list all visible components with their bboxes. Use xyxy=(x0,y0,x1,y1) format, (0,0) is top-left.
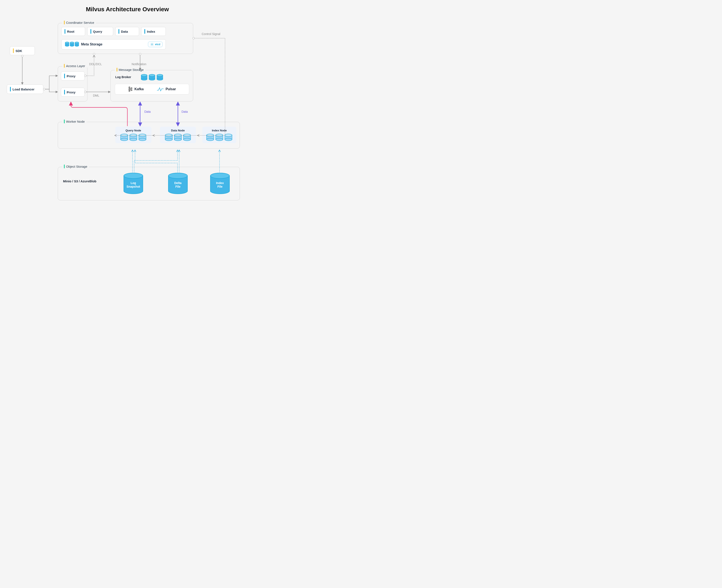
notification-label: Notification xyxy=(132,62,146,66)
svg-point-11 xyxy=(75,42,79,43)
tick-icon xyxy=(64,165,65,168)
svg-point-6 xyxy=(70,45,74,46)
svg-point-25 xyxy=(129,87,130,88)
coord-root-label: Root xyxy=(67,30,74,33)
svg-point-45 xyxy=(165,134,172,136)
proxy-box-1: Proxy xyxy=(61,71,85,81)
broker-impl-box: Kafka Pulsar xyxy=(115,84,189,94)
svg-point-37 xyxy=(130,134,137,136)
tick-icon xyxy=(64,21,65,24)
sdk-box: SDK xyxy=(10,46,35,55)
load-balancer-label: Load Balancer xyxy=(13,87,35,91)
access-layer-title: Access Layer xyxy=(66,64,85,68)
index-node-tile: Index Node xyxy=(202,127,236,143)
svg-point-65 xyxy=(225,134,232,136)
index-node-label: Index Node xyxy=(212,129,227,132)
delta-file-cylinder: Delta File xyxy=(168,173,188,194)
object-storage-title: Object Storage xyxy=(66,165,87,168)
gear-icon xyxy=(150,43,154,46)
svg-point-36 xyxy=(130,138,137,141)
coord-root-box: Root xyxy=(61,27,85,36)
coordinator-title-label: Coordinator Service xyxy=(66,21,94,24)
pulsar-label: Pulsar xyxy=(166,87,176,91)
worker-node-title: Worker Node xyxy=(66,120,85,123)
providers-label: Minio / S3 / AzureBlob xyxy=(63,180,97,183)
svg-point-40 xyxy=(139,138,146,141)
svg-point-20 xyxy=(149,74,155,77)
control-signal-label: Control Signal xyxy=(202,32,220,36)
cylinder-trio-icon xyxy=(65,41,79,47)
coord-query-box: Query xyxy=(87,27,113,36)
port-dot xyxy=(43,88,45,90)
svg-point-2 xyxy=(65,45,69,46)
coord-index-box: Index xyxy=(141,27,166,36)
coord-data-label: Data xyxy=(121,30,128,33)
cylinder-trio-icon xyxy=(206,133,233,141)
message-storage-group: Message Storage Log Broker Kafka Pulsar xyxy=(110,70,193,102)
index-file-label: Index File xyxy=(216,181,224,189)
svg-point-10 xyxy=(75,45,79,46)
svg-point-44 xyxy=(165,138,172,141)
tick-icon xyxy=(116,68,118,71)
index-file-cylinder: Index File xyxy=(210,173,230,194)
message-storage-title: Message Storage xyxy=(119,68,144,71)
kafka-label: Kafka xyxy=(134,87,144,91)
svg-point-56 xyxy=(207,138,214,141)
tick-icon xyxy=(144,29,145,34)
svg-point-16 xyxy=(141,74,147,77)
log-broker-label: Log Broker xyxy=(115,75,131,79)
svg-point-29 xyxy=(131,89,132,91)
tick-icon xyxy=(64,64,65,68)
svg-point-24 xyxy=(157,74,163,77)
data-label-1: Data xyxy=(144,110,151,113)
meta-storage-box: Meta Storage etcd xyxy=(61,39,166,49)
pulsar-icon xyxy=(157,87,164,91)
svg-point-64 xyxy=(225,138,232,141)
pulsar-item: Pulsar xyxy=(157,87,176,91)
svg-point-15 xyxy=(141,78,147,80)
cylinder-trio-icon xyxy=(164,133,192,141)
port-dot xyxy=(193,37,195,39)
query-node-label: Query Node xyxy=(125,129,141,132)
svg-point-32 xyxy=(121,138,128,141)
group-title: Access Layer xyxy=(62,64,87,68)
kafka-item: Kafka xyxy=(128,86,144,92)
data-label-2: Data xyxy=(182,110,188,113)
meta-storage-label: Meta Storage xyxy=(81,42,102,46)
svg-point-49 xyxy=(174,134,182,136)
query-node-tile: Query Node xyxy=(115,127,151,143)
group-title: Message Storage xyxy=(115,68,145,71)
access-layer-group: Access Layer Proxy Proxy xyxy=(58,66,87,102)
kafka-icon xyxy=(128,86,133,92)
proxy-label-1: Proxy xyxy=(67,74,76,78)
svg-point-53 xyxy=(184,134,191,136)
tick-icon xyxy=(64,90,65,94)
page-title: Milvus Architecture Overview xyxy=(0,6,255,13)
etcd-label: etcd xyxy=(155,43,160,46)
svg-point-12 xyxy=(152,44,152,45)
tick-icon xyxy=(10,87,11,91)
port-dot xyxy=(21,55,23,57)
tick-icon xyxy=(65,29,65,34)
dml-label: DML xyxy=(93,94,99,97)
data-node-label: Data Node xyxy=(171,129,185,132)
group-title: Object Storage xyxy=(62,165,89,168)
tick-icon xyxy=(64,120,65,123)
group-title: Worker Node xyxy=(62,120,86,123)
svg-point-33 xyxy=(121,134,128,136)
svg-point-57 xyxy=(207,134,214,136)
svg-point-23 xyxy=(157,78,163,80)
group-title: Coordinator Service xyxy=(62,21,96,24)
svg-point-19 xyxy=(149,78,155,80)
tick-icon xyxy=(64,74,65,78)
log-snapshot-label: Log Snapshot xyxy=(127,181,140,189)
proxy-label-2: Proxy xyxy=(67,90,76,94)
svg-point-3 xyxy=(65,42,69,43)
data-node-tile: Data Node xyxy=(160,127,196,143)
port-dot xyxy=(84,91,86,93)
tick-icon xyxy=(119,29,119,34)
ddl-dcl-label: DDL/DCL xyxy=(89,62,102,66)
cylinder-trio-icon xyxy=(140,74,164,81)
svg-point-48 xyxy=(174,138,182,141)
svg-point-7 xyxy=(70,42,74,43)
